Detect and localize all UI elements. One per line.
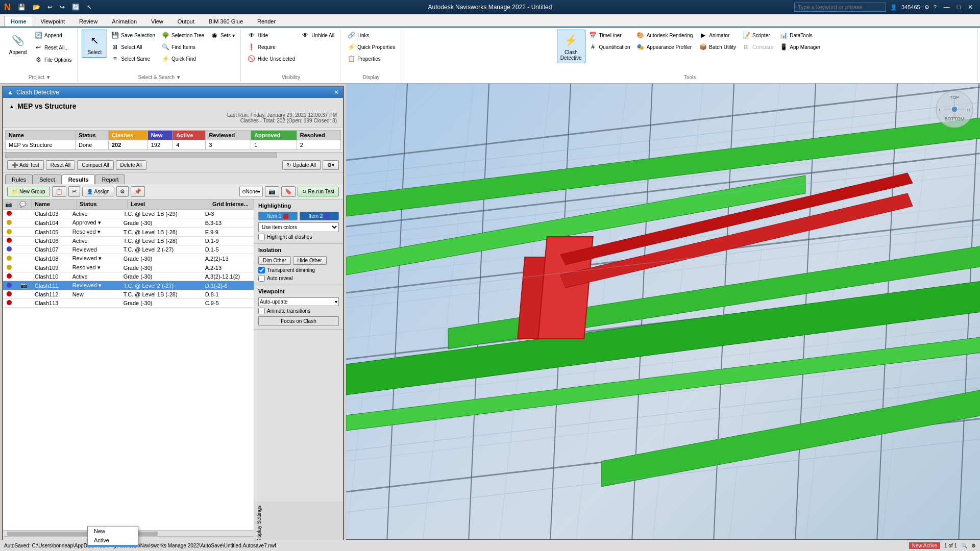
assign-icon-btn2[interactable]: ⚙ [116,186,129,197]
select-button[interactable]: ↖ Select [82,30,107,58]
list-item[interactable]: Clash106 Active T.C. @ Level 1B (-28) D.… [3,237,254,245]
hide-unselected-button[interactable]: 🚫 Hide Unselected [245,53,298,64]
tab-render[interactable]: Render [251,16,282,27]
app-manager-button[interactable]: 📱 App Manager [777,41,823,53]
settings-icon[interactable]: ⚙ [924,4,929,11]
list-item[interactable]: Clash105 Resolved ▾ T.C. @ Level 1B (-28… [3,228,254,237]
list-item[interactable]: Clash104 Approved ▾ Grade (-30) B.3-13 [3,218,254,228]
color-select[interactable]: Use item colors [258,222,339,232]
item1-highlight-button[interactable]: Item 1 [258,212,298,220]
tab-review[interactable]: Review [72,16,104,27]
dropdown-active[interactable]: Active [88,536,138,545]
col-clashes[interactable]: Clashes [108,131,148,140]
tab-results[interactable]: Results [62,174,95,184]
hide-button[interactable]: 👁 Hide [245,30,298,41]
tab-viewpoint[interactable]: Viewpoint [34,16,72,27]
maximize-button[interactable]: □ [954,3,964,12]
dropdown-reviewed[interactable]: Reviewed [88,545,138,547]
quantification-button[interactable]: # Quantification [586,41,633,53]
group-icon-btn2[interactable]: ✂ [68,186,80,197]
tab-view[interactable]: View [144,16,170,27]
delete-all-button[interactable]: Delete All [116,160,146,170]
transparent-dimming-checkbox[interactable] [258,267,265,273]
links-button[interactable]: 🔗 Links [345,30,398,41]
save-selection-button[interactable]: 💾 Save Selection [108,30,158,41]
assign-icon-btn3[interactable]: 📌 [131,186,145,197]
col-name[interactable]: Name [6,131,76,140]
focus-on-clash-button[interactable]: Focus on Clash [258,316,339,326]
toolbar-select[interactable]: ↖ [84,3,95,12]
batch-utility-button[interactable]: 📦 Batch Utility [696,41,739,53]
group-icon-btn1[interactable]: 📋 [52,186,66,197]
clashes-list[interactable]: Clash103 Active T.C. @ Level 1B (-29) D-… [3,210,254,530]
quick-find-button[interactable]: ⚡ Quick Find [159,53,207,64]
col-status[interactable]: Status [75,131,108,140]
tab-output[interactable]: Output [171,16,201,27]
list-item[interactable]: Clash113 Grade (-30) C.9-5 [3,299,254,308]
refresh-button[interactable]: 🔄 Append [32,30,74,41]
list-item[interactable]: 📷 Clash111 Reviewed ▾ T.C. @ Level 2 (-2… [3,281,254,290]
view-icon-btn2[interactable]: 🔖 [281,186,296,197]
settings-button[interactable]: ⚙▾ [323,160,339,170]
require-button[interactable]: ❗ Require [245,41,298,53]
col-header-grid[interactable]: Grid Interse... [209,199,254,209]
col-header-level[interactable]: Level [128,199,209,209]
animate-transitions-checkbox[interactable] [258,308,265,314]
new-group-button[interactable]: 📁 New Group [7,187,50,196]
append-button[interactable]: 📎 Append [5,30,31,58]
list-item[interactable]: Clash103 Active T.C. @ Level 1B (-29) D-… [3,210,254,218]
auto-reveal-checkbox[interactable] [258,275,265,282]
table-row[interactable]: MEP vs Structure Done 202 192 4 3 1 2 [6,140,341,150]
auto-update-select[interactable]: Auto-update ▾ [258,297,339,306]
tab-home[interactable]: Home [4,16,33,27]
clash-status-selected[interactable]: Reviewed ▾ [69,281,120,290]
reset-all-button[interactable]: ↩ Reset All... [32,42,74,53]
scripter-button[interactable]: 📝 Scripter [740,30,776,41]
tab-report[interactable]: Report [95,174,125,184]
file-options-button[interactable]: ⚙ File Options [32,54,74,65]
col-reviewed[interactable]: Reviewed [206,131,251,140]
toolbar-refresh[interactable]: 🔄 [69,3,83,12]
quick-properties-button[interactable]: ⚡ Quick Properties [345,41,398,53]
find-items-button[interactable]: 🔍 Find Items [159,41,207,53]
appearance-profiler-button[interactable]: 🎭 Appearance Profiler [634,41,696,53]
col-header-name[interactable]: Name [32,199,77,209]
sets-button[interactable]: ◉ Sets ▾ [208,30,237,41]
search-input[interactable] [794,3,886,12]
zoom-icon[interactable]: 🔍 [961,543,967,548]
dim-other-button[interactable]: Dim Other [258,256,291,265]
add-test-button[interactable]: ➕ Add Test [7,160,44,170]
minimize-button[interactable]: — [941,3,953,12]
view-icon-btn1[interactable]: 📷 [265,186,279,197]
group-label-project[interactable]: Project ▼ [29,74,51,81]
compare-button[interactable]: ⊞ Compare [740,41,776,53]
select-all-button[interactable]: ⊞ Select All [108,41,158,53]
list-item[interactable]: Clash108 Reviewed ▾ Grade (-30) A.2(2)-1… [3,254,254,263]
highlight-all-checkbox[interactable] [258,234,265,240]
update-all-button[interactable]: ↻ Update All [282,160,321,170]
rerun-test-button[interactable]: ↻ Re-run Test [298,187,339,196]
panel-close-button[interactable]: ✕ [334,89,339,96]
properties-button[interactable]: 📋 Properties [345,53,398,64]
list-item[interactable]: Clash110 Active Grade (-30) A.3(2)-12.1(… [3,272,254,281]
compact-all-button[interactable]: Compact All [77,160,113,170]
datatools-button[interactable]: 📊 DataTools [777,30,823,41]
h-scrollbar[interactable] [3,152,343,158]
toolbar-save[interactable]: 💾 [15,3,29,12]
timeliner-button[interactable]: 📅 TimeLiner [586,30,633,41]
tab-bim360[interactable]: BIM 360 Glue [202,16,250,27]
toolbar-redo[interactable]: ↪ [57,3,68,12]
list-item[interactable]: Clash112 New T.C. @ Level 1B (-28) D.8-1 [3,290,254,299]
close-button[interactable]: ✕ [965,3,976,12]
col-approved[interactable]: Approved [251,131,297,140]
col-header-status[interactable]: Status [77,199,128,209]
animator-button[interactable]: ▶ Animator [696,30,739,41]
selection-tree-button[interactable]: 🌳 Selection Tree [159,30,207,41]
list-item[interactable]: Clash107 Reviewed T.C. @ Level 2 (-27) D… [3,245,254,254]
autodesk-rendering-button[interactable]: 🎨 Autodesk Rendering [634,30,696,41]
tab-rules[interactable]: Rules [5,174,33,184]
dropdown-new[interactable]: New [88,527,138,536]
col-resolved[interactable]: Resolved [297,131,340,140]
clash-detective-button[interactable]: ⚡ ClashDetective [557,30,585,63]
tab-animation[interactable]: Animation [105,16,143,27]
